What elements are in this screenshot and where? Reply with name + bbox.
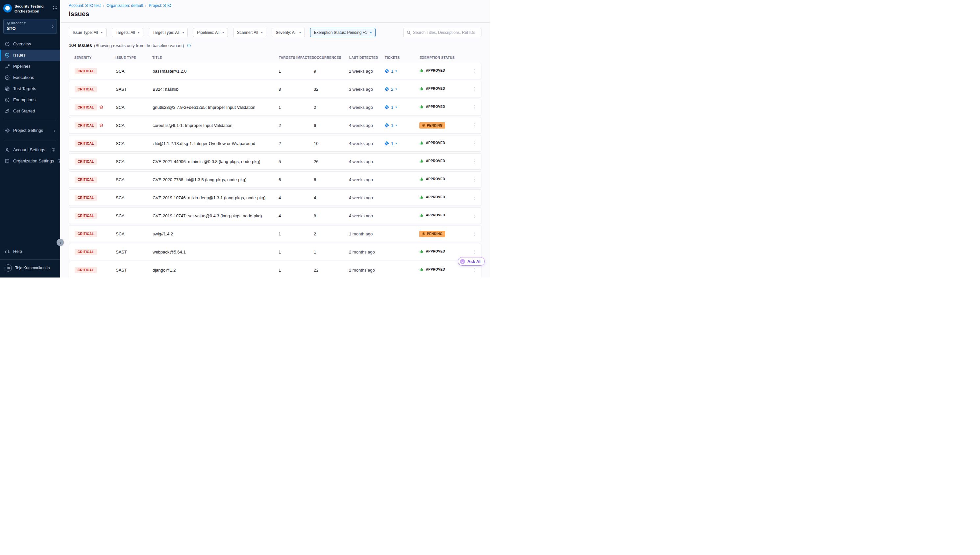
table-row[interactable]: CRITICAL SCA swig//1.4.2 1 2 1 month ago… (69, 226, 481, 242)
sidebar-item-label: Organization Settings (13, 159, 54, 164)
project-selector[interactable]: PROJECT STO › (3, 19, 57, 34)
column-header-last-detected: LAST DETECTED (349, 56, 385, 59)
filter-target-type[interactable]: Target Type: All ▾ (149, 28, 188, 37)
table-row[interactable]: CRITICAL SCA bassmaster//1.2.0 1 9 2 wee… (69, 63, 481, 79)
sidebar-item-organization-settings[interactable]: Organization Settings (0, 156, 60, 167)
severity-badge: CRITICAL (75, 104, 97, 111)
filter-scanner[interactable]: Scanner: All ▾ (233, 28, 267, 37)
breadcrumb-link-account-sto-test[interactable]: Account: STO test (69, 3, 101, 8)
issue-title[interactable]: CVE-2020-7788: ini@1.3.5 (lang-pkgs, nod… (152, 177, 279, 182)
last-detected-cell: 1 month ago (349, 231, 385, 236)
sidebar-item-issues[interactable]: Issues (0, 50, 60, 61)
chevron-down-icon[interactable]: ▾ (395, 69, 397, 73)
apps-grid-icon[interactable] (53, 6, 57, 10)
chevron-down-icon: ▾ (183, 31, 184, 34)
sidebar-item-executions[interactable]: Executions (0, 72, 60, 83)
search-input[interactable] (413, 30, 478, 35)
table-row[interactable]: CRITICAL SCA CVE-2019-10747: set-value@0… (69, 207, 481, 224)
chevron-down-icon[interactable]: ▾ (395, 124, 397, 127)
severity-cell: CRITICAL (75, 176, 116, 183)
row-menu-button[interactable]: ⋮ (473, 140, 478, 146)
help-button[interactable]: Help (0, 245, 60, 257)
table-row[interactable]: CRITICAL SCA CVE-2019-10746: mixin-deep@… (69, 189, 481, 206)
tickets-cell[interactable]: 1▾ (385, 123, 419, 128)
breadcrumb-link-organization-default[interactable]: Organization: default (107, 3, 143, 8)
exemption-status-cell: APPROVED (419, 249, 468, 255)
table-row[interactable]: CRITICAL SAST django@1.2 1 22 2 months a… (69, 262, 481, 278)
table-row[interactable]: CRITICAL SAST B324: hashlib 8 32 3 weeks… (69, 81, 481, 97)
tickets-cell[interactable]: 1▾ (385, 69, 419, 74)
tickets-cell[interactable]: 1▾ (385, 105, 419, 110)
org-settings-icon (5, 159, 10, 164)
table-row[interactable]: CRITICAL SCA gnutls28@3.7.9-2+deb12u5: I… (69, 99, 481, 115)
sidebar-item-account-settings[interactable]: Account Settings (0, 144, 60, 156)
row-menu-button[interactable]: ⋮ (473, 68, 478, 74)
page-header: Account: STO test›Organization: default›… (60, 0, 490, 23)
filter-severity[interactable]: Severity: All ▾ (272, 28, 305, 37)
table-row[interactable]: CRITICAL SCA coreutils@9.1-1: Improper I… (69, 117, 481, 133)
row-menu-button[interactable]: ⋮ (473, 104, 478, 110)
issue-title[interactable]: B324: hashlib (152, 87, 279, 92)
issue-title[interactable]: CVE-2021-44906: minimist@0.0.8 (lang-pkg… (152, 159, 279, 164)
table-row[interactable]: CRITICAL SAST webpack@5.64.1 1 1 2 month… (69, 244, 481, 260)
sidebar-item-exemptions[interactable]: Exemptions (0, 95, 60, 106)
sidebar-collapse-handle[interactable]: ‹ (56, 239, 64, 246)
search-box[interactable] (403, 28, 481, 37)
issue-type-cell: SAST (116, 87, 152, 92)
chevron-down-icon[interactable]: ▾ (395, 87, 397, 91)
last-detected-cell: 4 weeks ago (349, 195, 385, 200)
issue-title[interactable]: coreutils@9.1-1: Improper Input Validati… (152, 123, 279, 128)
user-menu[interactable]: TK Teja Kummarikuntla (0, 262, 60, 274)
filter-targets[interactable]: Targets: All ▾ (112, 28, 143, 37)
targets-impacted-cell: 4 (279, 213, 314, 218)
project-label: PROJECT (11, 22, 26, 25)
thumbs-up-icon (419, 213, 424, 218)
issue-title[interactable]: zlib@1:1.2.13.dfsg-1: Integer Overflow o… (152, 141, 279, 146)
issue-title[interactable]: CVE-2019-10747: set-value@0.4.3 (lang-pk… (152, 213, 279, 218)
harness-logo-icon[interactable] (3, 4, 12, 13)
tickets-cell[interactable]: 2▾ (385, 87, 419, 92)
status-label: PENDING (427, 124, 443, 127)
table-row[interactable]: CRITICAL SCA CVE-2020-7788: ini@1.3.5 (l… (69, 171, 481, 188)
row-menu-button[interactable]: ⋮ (473, 195, 478, 201)
row-menu-button[interactable]: ⋮ (473, 86, 478, 92)
ticket-icon (385, 105, 389, 109)
filter-pipelines[interactable]: Pipelines: All ▾ (193, 28, 228, 37)
issue-title[interactable]: CVE-2019-10746: mixin-deep@1.3.1 (lang-p… (152, 195, 279, 200)
get-started-icon (5, 109, 10, 114)
filter-bar: Issue Type: All ▾ Targets: All ▾ Target … (69, 28, 481, 37)
info-icon[interactable] (187, 43, 191, 48)
approved-badge: APPROVED (419, 177, 445, 181)
row-menu-button[interactable]: ⋮ (473, 122, 478, 128)
last-detected-cell: 4 weeks ago (349, 177, 385, 182)
row-menu-button[interactable]: ⋮ (473, 176, 478, 183)
sidebar-item-label: Account Settings (13, 147, 45, 152)
results-summary: 104 Issues (Showing results only from th… (69, 43, 481, 48)
issue-title[interactable]: django@1.2 (152, 268, 279, 273)
info-icon[interactable] (51, 148, 56, 152)
table-row[interactable]: CRITICAL SCA CVE-2021-44906: minimist@0.… (69, 153, 481, 170)
breadcrumb-separator: › (103, 3, 104, 8)
tickets-cell[interactable]: 1▾ (385, 141, 419, 146)
row-menu-button[interactable]: ⋮ (473, 231, 478, 237)
filter-issue-type[interactable]: Issue Type: All ▾ (69, 28, 107, 37)
row-menu-button[interactable]: ⋮ (473, 159, 478, 164)
breadcrumb-link-project-sto[interactable]: Project: STO (149, 3, 171, 8)
issue-title[interactable]: gnutls28@3.7.9-2+deb12u5: Improper Input… (152, 105, 279, 110)
chevron-down-icon[interactable]: ▾ (395, 106, 397, 109)
row-menu-button[interactable]: ⋮ (473, 267, 478, 273)
row-menu-button[interactable]: ⋮ (473, 249, 478, 255)
issue-title[interactable]: bassmaster//1.2.0 (152, 69, 279, 74)
sidebar-item-project-settings[interactable]: Project Settings › (0, 125, 60, 136)
row-menu-button[interactable]: ⋮ (473, 213, 478, 219)
table-row[interactable]: CRITICAL SCA zlib@1:1.2.13.dfsg-1: Integ… (69, 135, 481, 152)
issue-title[interactable]: webpack@5.64.1 (152, 250, 279, 255)
sidebar-item-test-targets[interactable]: Test Targets (0, 83, 60, 95)
sidebar-item-overview[interactable]: Overview (0, 38, 60, 50)
ask-ai-button[interactable]: Ask AI (458, 257, 485, 266)
sidebar-item-get-started[interactable]: Get Started (0, 106, 60, 117)
filter-exemption-status[interactable]: Exemption Status: Pending +1 ▾ (310, 28, 375, 37)
chevron-down-icon[interactable]: ▾ (395, 142, 397, 145)
issue-title[interactable]: swig//1.4.2 (152, 231, 279, 236)
sidebar-item-pipelines[interactable]: Pipelines (0, 61, 60, 72)
